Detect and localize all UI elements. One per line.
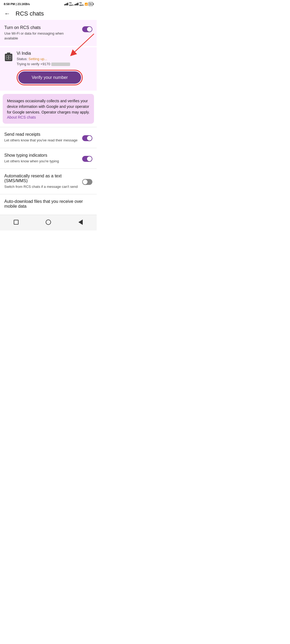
- back-nav-icon: [78, 219, 83, 225]
- auto-resend-row: Automatically resend as a text (SMS/MMS)…: [0, 169, 97, 194]
- recent-apps-icon: [14, 220, 19, 225]
- toggle-knob-read-receipts: [87, 136, 92, 141]
- send-read-receipts-text: Send read receipts Let others know that …: [4, 132, 78, 143]
- battery-icon: 91: [89, 2, 93, 6]
- signal-icon: [64, 3, 68, 5]
- back-button[interactable]: ←: [4, 10, 10, 17]
- typing-indicators-text: Show typing indicators Let others know w…: [4, 153, 78, 164]
- sim-icon: [4, 52, 13, 63]
- status-icons: VoWiFi VoWiFi 📶 91: [64, 2, 93, 6]
- auto-resend-toggle[interactable]: [82, 179, 92, 185]
- signal-icon-2: [74, 3, 78, 5]
- send-read-receipts-desc: Let others know that you've read their m…: [4, 138, 78, 143]
- recent-apps-button[interactable]: [9, 218, 23, 226]
- svg-rect-7: [9, 58, 11, 59]
- auto-download-title: Auto-download files that you receive ove…: [4, 199, 88, 209]
- wifi-icon: 📶: [85, 3, 88, 6]
- status-time: 8:58 PM | 23.1KB/s: [4, 2, 30, 6]
- svg-rect-6: [6, 58, 8, 59]
- rcs-toggle-switch[interactable]: [82, 26, 92, 32]
- sim-status: Status: Setting up...: [17, 57, 92, 61]
- top-bar: ← RCS chats: [0, 8, 97, 20]
- sim-status-value: Setting up...: [28, 57, 47, 61]
- rcs-toggle-text: Turn on RCS chats Use Wi-Fi or data for …: [4, 25, 78, 41]
- rcs-toggle-section: Turn on RCS chats Use Wi-Fi or data for …: [0, 20, 97, 46]
- info-text: Messages occasionally collects and verif…: [7, 99, 90, 114]
- svg-rect-4: [6, 56, 8, 57]
- typing-indicators-desc: Let others know when you're typing: [4, 159, 78, 164]
- home-button[interactable]: [42, 218, 55, 226]
- svg-rect-8: [7, 53, 10, 54]
- verify-button-highlight: Verify your number: [17, 70, 83, 85]
- send-read-receipts-toggle[interactable]: [82, 135, 92, 141]
- auto-resend-desc: Switch from RCS chats if a message can't…: [4, 184, 78, 189]
- sim-carrier-name: Vi India: [17, 51, 92, 56]
- typing-indicators-row: Show typing indicators Let others know w…: [0, 148, 97, 169]
- vo-wifi-label-1: VoWiFi: [69, 2, 74, 6]
- typing-indicators-toggle[interactable]: [82, 156, 92, 162]
- sim-trying-label: Trying to verify +9170: [17, 62, 50, 66]
- status-bar: 8:58 PM | 23.1KB/s VoWiFi VoWiFi 📶 91: [0, 0, 97, 8]
- svg-rect-5: [9, 56, 11, 57]
- navigation-bar: [0, 215, 97, 230]
- info-box: Messages occasionally collects and verif…: [3, 94, 94, 124]
- about-rcs-link[interactable]: About RCS chats: [7, 115, 36, 119]
- sim-status-label: Status:: [17, 57, 27, 61]
- auto-download-row: Auto-download files that you receive ove…: [0, 194, 97, 215]
- verify-number-button[interactable]: Verify your number: [18, 71, 81, 84]
- rcs-toggle-desc: Use Wi-Fi or data for messaging when ava…: [4, 31, 78, 41]
- rcs-toggle-title: Turn on RCS chats: [4, 25, 78, 30]
- send-read-receipts-row: Send read receipts Let others know that …: [0, 127, 97, 148]
- back-nav-button[interactable]: [74, 218, 87, 226]
- auto-download-text: Auto-download files that you receive ove…: [4, 199, 88, 210]
- sim-info-row: Vi India Status: Setting up... Trying to…: [0, 47, 97, 91]
- sim-phone-number: Trying to verify +9170: [17, 62, 92, 66]
- send-read-receipts-title: Send read receipts: [4, 132, 78, 137]
- toggle-knob-typing: [87, 156, 92, 161]
- vo-wifi-label-2: VoWiFi: [79, 2, 84, 6]
- typing-indicators-title: Show typing indicators: [4, 153, 78, 158]
- sim-phone-blur: [51, 63, 70, 66]
- auto-resend-title: Automatically resend as a text (SMS/MMS): [4, 174, 78, 183]
- home-icon: [46, 219, 51, 225]
- sim-details: Vi India Status: Setting up... Trying to…: [17, 51, 92, 85]
- toggle-knob-auto-resend: [83, 180, 88, 184]
- auto-resend-text: Automatically resend as a text (SMS/MMS)…: [4, 174, 78, 189]
- sim-section: Vi India Status: Setting up... Trying to…: [0, 47, 97, 91]
- toggle-knob: [87, 27, 92, 32]
- page-title: RCS chats: [16, 10, 44, 17]
